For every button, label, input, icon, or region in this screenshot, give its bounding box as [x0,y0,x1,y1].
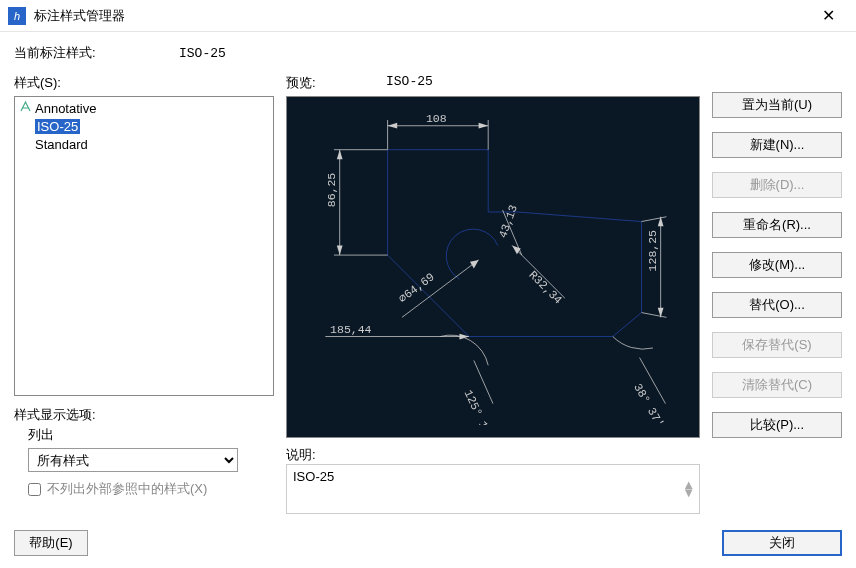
exclude-xref-label: 不列出外部参照中的样式(X) [47,480,207,498]
dim-angle-left: 125° 17' [462,388,497,425]
compare-button[interactable]: 比较(P)... [712,412,842,438]
dim-angle-right: 38° 37' [631,381,666,424]
preview-style-name: ISO-25 [386,74,433,92]
close-icon[interactable]: ✕ [808,6,848,25]
list-item[interactable]: Standard [17,135,271,153]
list-sublabel: 列出 [28,426,274,444]
rename-button[interactable]: 重命名(R)... [712,212,842,238]
svg-marker-4 [479,123,489,129]
current-style-label: 当前标注样式: [14,44,179,62]
current-style-row: 当前标注样式: ISO-25 [14,44,842,62]
new-button[interactable]: 新建(N)... [712,132,842,158]
svg-marker-18 [470,260,479,269]
description-box: ISO-25 ▲ ▼ [286,464,700,514]
dim-diameter: ⌀64,69 [396,270,437,305]
dim-top: 108 [426,112,447,125]
titlebar: h 标注样式管理器 ✕ [0,0,856,32]
modify-button[interactable]: 修改(M)... [712,252,842,278]
set-current-button[interactable]: 置为当前(U) [712,92,842,118]
list-item-label: Standard [35,137,88,152]
svg-line-12 [641,313,666,318]
svg-marker-8 [337,150,343,160]
dim-chord: 43,13 [496,203,520,240]
preview-label: 预览: [286,74,386,92]
app-icon: h [8,7,26,25]
description-value: ISO-25 [293,469,334,484]
list-filter-select[interactable]: 所有样式 [28,448,238,472]
list-item-label: Annotative [35,101,96,116]
dim-left: 86,25 [325,173,338,208]
exclude-xref-checkbox[interactable]: 不列出外部参照中的样式(X) [28,480,274,498]
styles-list[interactable]: Annotative ISO-25 Standard [14,96,274,396]
dim-radius: R32,34 [526,268,565,307]
svg-marker-3 [388,123,398,129]
annotative-icon [19,100,35,116]
dim-right: 128,25 [646,230,659,271]
list-item[interactable]: ISO-25 [17,117,271,135]
clear-override-button[interactable]: 清除替代(C) [712,372,842,398]
help-button[interactable]: 帮助(E) [14,530,88,556]
display-options-label: 样式显示选项: [14,406,274,424]
description-label: 说明: [286,446,700,464]
save-override-button[interactable]: 保存替代(S) [712,332,842,358]
preview-canvas: 108 86,25 128,25 [286,96,700,438]
current-style-value: ISO-25 [179,46,226,61]
window-title: 标注样式管理器 [34,7,808,25]
delete-button[interactable]: 删除(D)... [712,172,842,198]
svg-line-11 [641,217,666,222]
exclude-xref-input[interactable] [28,483,41,496]
styles-label: 样式(S): [14,74,274,92]
svg-marker-9 [337,246,343,256]
description-spinner[interactable]: ▲ ▼ [682,481,695,497]
chevron-down-icon[interactable]: ▼ [682,489,695,497]
list-item[interactable]: Annotative [17,99,271,117]
override-button[interactable]: 替代(O)... [712,292,842,318]
list-item-label: ISO-25 [35,119,80,134]
close-button[interactable]: 关闭 [722,530,842,556]
dim-bottom: 185,44 [330,323,371,336]
